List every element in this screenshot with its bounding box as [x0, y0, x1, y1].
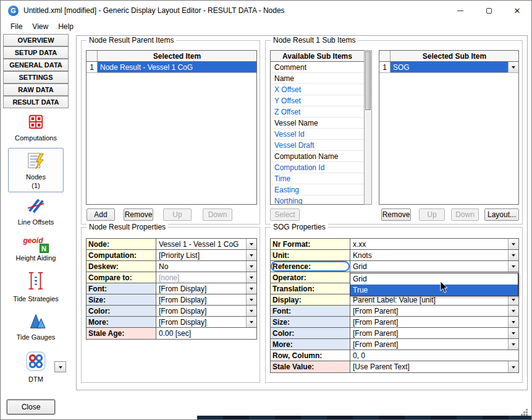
dropdown-arrow-icon[interactable]	[246, 250, 256, 260]
menu-view[interactable]: View	[27, 20, 53, 34]
list-item[interactable]: Y Offset	[271, 95, 364, 106]
sidebar-item-setup-data[interactable]: SETUP DATA	[3, 46, 69, 59]
size-select[interactable]: [From Parent]	[350, 317, 518, 327]
compare-to-select[interactable]: [none]	[156, 272, 256, 283]
dropdown-arrow-icon[interactable]	[246, 283, 256, 294]
node-select[interactable]: Vessel 1 - Vessel 1 CoG	[156, 239, 256, 249]
size-select[interactable]: [From Display]	[156, 294, 256, 305]
font-select[interactable]: [From Parent]	[350, 306, 518, 316]
sidebar-tool-tide-gauges[interactable]: Tide Gauges	[3, 311, 69, 341]
down-sub-item-button[interactable]: Down	[451, 208, 479, 221]
scrollbar-thumb[interactable]	[365, 51, 371, 110]
close-button[interactable]: Close	[7, 400, 55, 414]
reference-select[interactable]: Grid	[350, 261, 518, 272]
property-row-row-column: Row, Column: 0, 0	[271, 350, 518, 361]
remove-button[interactable]: Remove	[124, 208, 153, 221]
dropdown-arrow-icon[interactable]	[246, 317, 256, 327]
list-item[interactable]: Comment	[271, 62, 364, 73]
sidebar-item-overview[interactable]: OVERVIEW	[3, 34, 69, 46]
add-button[interactable]: Add	[87, 208, 115, 221]
app-icon: G	[8, 6, 19, 16]
dtm-dropdown-button[interactable]	[54, 361, 66, 372]
table-header: Selected Item	[87, 51, 256, 62]
available-sub-items-list[interactable]: Available Sub Items Comment Name X Offse…	[270, 50, 365, 205]
sidebar-tool-line-offsets[interactable]: Line Offsets	[3, 196, 69, 226]
dropdown-arrow-icon[interactable]	[246, 294, 256, 305]
dropdown-arrow-icon[interactable]	[508, 361, 518, 372]
unit-select[interactable]: Knots	[350, 250, 518, 260]
maximize-button[interactable]	[475, 1, 503, 20]
dropdown-option-true[interactable]: True	[350, 285, 518, 296]
table-row[interactable]: 1 SOG	[379, 62, 518, 73]
down-button[interactable]: Down	[203, 208, 232, 221]
property-label: Size:	[271, 317, 350, 327]
menu-file[interactable]: File	[6, 20, 27, 34]
minimize-button[interactable]	[446, 1, 475, 20]
font-select[interactable]: [From Display]	[156, 283, 256, 294]
menu-help[interactable]: Help	[53, 20, 78, 34]
sidebar-tool-tide-strategies[interactable]: Tide Strategies	[3, 270, 69, 303]
remove-sub-item-button[interactable]: Remove	[381, 208, 411, 221]
property-row-font: Font: [From Parent]	[271, 306, 518, 317]
row-column-field[interactable]: 0, 0	[350, 350, 518, 361]
up-button[interactable]: Up	[163, 208, 192, 221]
property-value: Grid	[353, 262, 367, 271]
dropdown-arrow-icon[interactable]	[508, 250, 518, 260]
dropdown-arrow-icon[interactable]	[508, 317, 518, 327]
layout-button[interactable]: Layout...	[484, 208, 519, 221]
sidebar-tool-nodes[interactable]: Nodes (1)	[8, 148, 64, 192]
more-select[interactable]: [From Display]	[156, 317, 256, 327]
list-item[interactable]: X Offset	[271, 84, 364, 95]
dropdown-option-grid[interactable]: Grid	[350, 273, 518, 285]
dropdown-arrow-icon[interactable]	[246, 306, 256, 316]
list-item[interactable]: Computation Name	[271, 151, 364, 162]
more-select[interactable]: [From Parent]	[350, 339, 518, 349]
list-item[interactable]: Computation Id	[271, 162, 364, 173]
stale-value-select[interactable]: [Use Parent Text]	[350, 361, 518, 372]
list-item[interactable]: Time	[271, 173, 364, 184]
select-button[interactable]: Select	[270, 208, 300, 221]
list-item[interactable]: Vessel Name	[271, 118, 364, 129]
dropdown-arrow-icon[interactable]	[246, 239, 256, 249]
color-select[interactable]: [From Parent]	[350, 328, 518, 338]
nr-format-select[interactable]: x.xx	[350, 239, 518, 249]
dropdown-arrow-icon[interactable]	[508, 239, 518, 249]
stale-age-field[interactable]: 0.00 [sec]	[156, 328, 256, 339]
available-sub-items-scrollbar[interactable]	[364, 50, 372, 205]
sidebar-item-general-data[interactable]: GENERAL DATA	[3, 59, 69, 71]
computation-select[interactable]: [Priority List]	[156, 250, 256, 260]
property-value: [From Parent]	[353, 329, 398, 338]
dropdown-arrow-icon[interactable]	[246, 272, 256, 283]
dropdown-arrow-icon[interactable]	[508, 62, 518, 72]
property-row-color: Color: [From Display]	[87, 306, 256, 317]
dropdown-arrow-icon[interactable]	[508, 261, 518, 272]
table-row[interactable]: 1 Node Result - Vessel 1 CoG	[87, 62, 256, 73]
dropdown-arrow-icon[interactable]	[508, 328, 518, 338]
color-select[interactable]: [From Display]	[156, 306, 256, 316]
list-item[interactable]: Name	[271, 73, 364, 84]
sidebar-item-raw-data[interactable]: RAW DATA	[3, 84, 69, 96]
sidebar-tool-computations[interactable]: Computations	[3, 113, 69, 142]
close-window-button[interactable]: ✕	[503, 1, 531, 20]
list-item[interactable]: Vessel Draft	[271, 140, 364, 151]
sidebar-item-result-data[interactable]: RESULT DATA	[3, 96, 69, 108]
tool-label: Nodes	[26, 173, 46, 181]
list-item[interactable]: Northing	[271, 195, 364, 205]
selected-parent-item[interactable]: Node Result - Vessel 1 CoG	[98, 62, 256, 72]
list-item[interactable]: Z Offset	[271, 106, 364, 118]
list-item[interactable]: Vessel Id	[271, 129, 364, 140]
selected-sub-item[interactable]: SOG	[391, 62, 518, 72]
selected-item-table[interactable]: Selected Item 1 Node Result - Vessel 1 C…	[86, 50, 257, 205]
list-item[interactable]: Easting	[271, 184, 364, 195]
dropdown-arrow-icon[interactable]	[508, 339, 518, 349]
property-label: Compare to:	[87, 272, 156, 283]
sidebar-item-settings[interactable]: SETTINGS	[3, 71, 69, 84]
dropdown-arrow-icon[interactable]	[246, 261, 256, 272]
sidebar-tool-height-aiding[interactable]: geoid N Height Aiding	[3, 234, 69, 262]
up-sub-item-button[interactable]: Up	[419, 208, 445, 221]
dropdown-arrow-icon[interactable]	[508, 306, 518, 316]
deskew-select[interactable]: No	[156, 261, 256, 272]
selected-sub-item-table[interactable]: Selected Sub Item 1 SOG	[379, 50, 519, 205]
property-value: 0.00 [sec]	[159, 329, 191, 338]
chevron-down-icon	[59, 366, 62, 371]
